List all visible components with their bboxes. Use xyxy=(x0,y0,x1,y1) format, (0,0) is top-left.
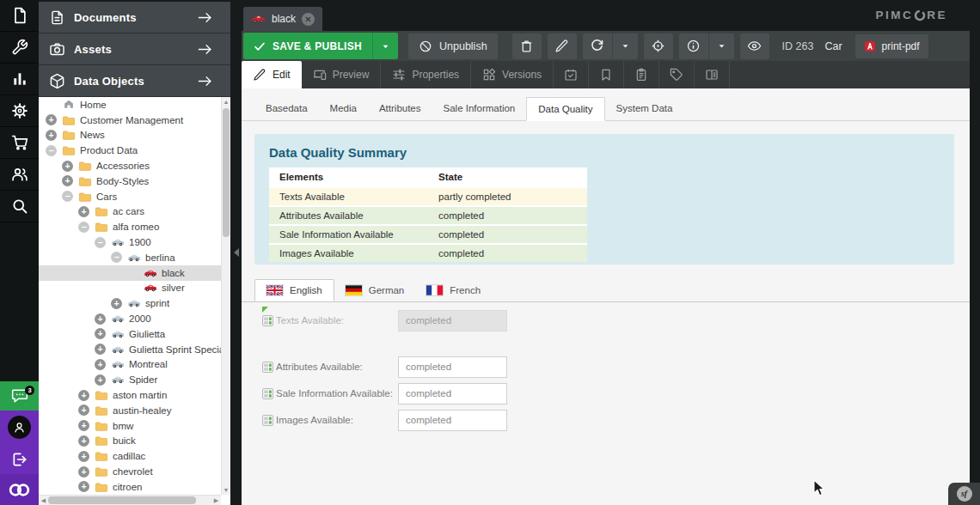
language-tab-french[interactable]: French xyxy=(415,279,492,301)
tree-item-2000[interactable]: +2000 xyxy=(39,311,221,326)
rail-logout-button[interactable] xyxy=(0,444,39,474)
tree-item-austin-healey[interactable]: +austin-healey xyxy=(39,403,221,418)
tree-item-body-styles[interactable]: +Body-Styles xyxy=(39,173,221,189)
tree-item-ac-cars[interactable]: +ac cars xyxy=(39,204,221,220)
tree-item-aston-martin[interactable]: +aston martin xyxy=(39,387,221,403)
tree-item-alfa-romeo[interactable]: −alfa romeo xyxy=(39,219,221,234)
expander-plus-icon[interactable]: + xyxy=(62,175,73,186)
save-and-publish-button[interactable]: SAVE & PUBLISH xyxy=(243,33,398,59)
subtab-basedata[interactable]: Basedata xyxy=(254,97,319,120)
rail-tools-button[interactable] xyxy=(0,32,39,64)
panel-collapse-arrow-icon[interactable] xyxy=(234,248,239,257)
tree-item-montreal[interactable]: +Montreal xyxy=(39,357,221,373)
expander-minus-icon[interactable]: − xyxy=(95,237,106,248)
subtab-sale-information[interactable]: Sale Information xyxy=(432,97,527,120)
rail-settings-button[interactable] xyxy=(0,95,39,127)
save-options-caret[interactable] xyxy=(372,33,398,59)
field-input[interactable] xyxy=(398,383,507,405)
rail-search-button[interactable] xyxy=(0,191,39,222)
rail-reports-button[interactable] xyxy=(0,64,39,95)
expander-minus-icon[interactable]: − xyxy=(78,222,89,233)
tab-properties[interactable]: Properties xyxy=(381,61,471,88)
rail-notifications-button[interactable]: 3 xyxy=(0,381,39,411)
tree-item-black[interactable]: black xyxy=(39,265,221,281)
field-input[interactable] xyxy=(398,310,507,332)
horizontal-scroll-thumb[interactable] xyxy=(48,496,196,504)
expander-minus-icon[interactable]: − xyxy=(46,145,57,156)
subtab-attributes[interactable]: Attributes xyxy=(368,97,432,120)
expander-minus-icon[interactable]: − xyxy=(62,191,73,202)
tab-versions[interactable]: Versions xyxy=(471,61,554,88)
close-tab-icon[interactable]: ✕ xyxy=(302,13,315,26)
expander-plus-icon[interactable]: + xyxy=(46,130,57,141)
expander-plus-icon[interactable]: + xyxy=(95,374,106,386)
caret-down-icon[interactable] xyxy=(708,33,734,59)
subtab-media[interactable]: Media xyxy=(319,97,368,120)
expander-plus-icon[interactable]: + xyxy=(46,114,57,125)
tree-item-silver[interactable]: silver xyxy=(39,281,221,296)
scroll-right-arrow-icon[interactable]: ▶ xyxy=(211,496,221,505)
tree-item-sprint[interactable]: +sprint xyxy=(39,295,221,311)
tree-item-customer-management[interactable]: +Customer Management xyxy=(39,113,221,128)
tree-item-buick[interactable]: +buick xyxy=(39,434,221,449)
unpublish-button[interactable]: Unpublish xyxy=(408,33,498,59)
expander-plus-icon[interactable]: + xyxy=(78,390,89,401)
subtab-system-data[interactable]: System Data xyxy=(605,97,684,120)
accordion-section-data-objects[interactable]: Data Objects xyxy=(39,65,230,97)
field-input[interactable] xyxy=(398,356,507,378)
expander-plus-icon[interactable]: + xyxy=(95,344,106,355)
rail-user-button[interactable] xyxy=(0,411,39,444)
tab-preview[interactable]: Preview xyxy=(302,61,382,88)
tab-bookmark[interactable] xyxy=(589,61,624,88)
tree-horizontal-scrollbar[interactable]: ◀ ▶ xyxy=(39,495,221,505)
expander-plus-icon[interactable]: + xyxy=(78,435,89,447)
tree-item-bmw[interactable]: +bmw xyxy=(39,418,221,434)
tab-columns[interactable] xyxy=(695,61,730,88)
tree-vertical-scrollbar[interactable]: ▲ ▼ xyxy=(221,97,230,495)
language-tab-english[interactable]: English xyxy=(254,279,334,301)
delete-button[interactable] xyxy=(512,33,542,59)
tree-item-accessories[interactable]: +Accessories xyxy=(39,158,221,173)
tree-item-1900[interactable]: −1900 xyxy=(39,234,221,250)
expander-plus-icon[interactable]: + xyxy=(78,206,89,217)
info-button[interactable] xyxy=(679,33,734,59)
tree-item-cadillac[interactable]: +cadillac xyxy=(39,448,221,464)
locate-in-tree-button[interactable] xyxy=(644,33,673,59)
tab-calendar[interactable] xyxy=(554,61,589,88)
subtab-data-quality[interactable]: Data Quality xyxy=(526,97,604,121)
accordion-section-assets[interactable]: Assets xyxy=(39,33,230,65)
tree-item-cars[interactable]: −Cars xyxy=(39,189,221,204)
tab-clipboard[interactable] xyxy=(624,61,659,88)
tree-item-spider[interactable]: +Spider xyxy=(39,372,221,387)
tab-edit[interactable]: Edit xyxy=(242,61,302,88)
symfony-toolbar-button[interactable]: sf xyxy=(948,483,980,505)
expander-plus-icon[interactable]: + xyxy=(78,466,89,478)
tab-tag[interactable] xyxy=(659,61,695,88)
tree-item-chevrolet[interactable]: +chevrolet xyxy=(39,464,221,479)
expander-plus-icon[interactable]: + xyxy=(95,313,106,325)
field-input[interactable] xyxy=(398,410,507,431)
scroll-up-arrow-icon[interactable]: ▲ xyxy=(222,97,230,106)
tree-item-berlina[interactable]: −berlina xyxy=(39,250,221,265)
open-preview-button[interactable] xyxy=(740,33,769,59)
scroll-left-arrow-icon[interactable]: ◀ xyxy=(39,496,48,505)
scroll-down-arrow-icon[interactable]: ▼ xyxy=(222,485,230,495)
rail-customers-button[interactable] xyxy=(0,159,39,191)
print-pdf-button[interactable]: print-pdf xyxy=(855,34,928,58)
open-object-tab[interactable]: black ✕ xyxy=(243,7,322,31)
rail-documents-button[interactable] xyxy=(0,0,39,32)
tree-item-news[interactable]: +News xyxy=(39,128,221,143)
expander-plus-icon[interactable]: + xyxy=(95,359,106,370)
rename-button[interactable] xyxy=(548,33,577,59)
reload-button[interactable] xyxy=(583,33,638,59)
tree-item-product-data[interactable]: −Product Data xyxy=(39,143,221,158)
expander-plus-icon[interactable]: + xyxy=(62,161,73,172)
rail-ecommerce-button[interactable] xyxy=(0,127,39,159)
tree-item-home[interactable]: Home xyxy=(39,97,221,113)
tree-item-gulietta-sprint-specia[interactable]: +Gulietta Sprint Specia xyxy=(39,342,221,357)
expander-plus-icon[interactable]: + xyxy=(78,451,89,462)
expander-plus-icon[interactable]: + xyxy=(78,405,89,416)
expander-plus-icon[interactable]: + xyxy=(95,328,106,339)
expander-plus-icon[interactable]: + xyxy=(78,481,89,492)
accordion-section-documents[interactable]: Documents xyxy=(39,2,230,33)
